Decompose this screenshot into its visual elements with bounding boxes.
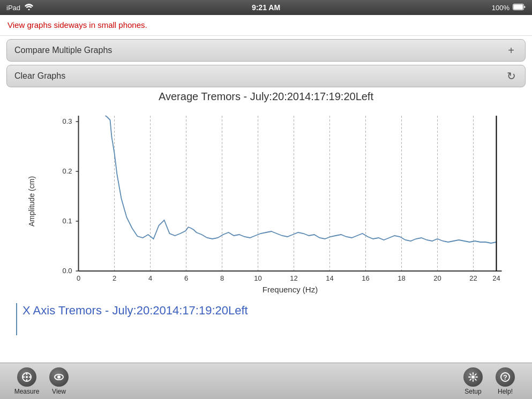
- svg-text:Frequency (Hz): Frequency (Hz): [263, 285, 318, 294]
- svg-text:0.3: 0.3: [62, 117, 72, 125]
- second-graph-title: X Axis Tremors - July:20:2014:17:19:20Le…: [23, 303, 248, 319]
- battery-icon: [513, 4, 526, 12]
- setup-toolbar-item[interactable]: Setup: [457, 367, 489, 395]
- status-right: 100%: [492, 4, 526, 12]
- view-icon: [49, 367, 69, 387]
- measure-label: Measure: [14, 388, 40, 395]
- graph-title: Average Tremors - July:20:2014:17:19:20L…: [5, 91, 527, 103]
- svg-text:16: 16: [362, 274, 369, 282]
- help-label: Help!: [498, 388, 513, 395]
- second-graph-section: X Axis Tremors - July:20:2014:17:19:20Le…: [0, 301, 532, 341]
- svg-point-48: [57, 375, 61, 379]
- svg-point-46: [26, 376, 28, 378]
- view-label: View: [52, 388, 66, 395]
- warning-banner: View graphs sideways in small phones.: [0, 15, 532, 36]
- svg-text:4: 4: [148, 274, 152, 282]
- status-left: iPad: [6, 4, 33, 12]
- svg-text:12: 12: [290, 274, 297, 282]
- measure-toolbar-item[interactable]: Measure: [11, 367, 43, 395]
- wifi-icon: [25, 4, 33, 12]
- y-axis-label: Amplitude (cm): [27, 176, 36, 227]
- svg-text:0: 0: [77, 274, 80, 282]
- svg-text:0.1: 0.1: [62, 217, 72, 225]
- svg-text:22: 22: [469, 274, 477, 282]
- setup-icon: [463, 367, 483, 387]
- svg-text:10: 10: [254, 274, 261, 282]
- svg-text:2: 2: [113, 274, 116, 282]
- main-content: View graphs sideways in small phones. Co…: [0, 15, 532, 363]
- compare-button[interactable]: Compare Multiple Graphs +: [6, 39, 526, 62]
- svg-text:8: 8: [220, 274, 224, 282]
- graph-container: Average Tremors - July:20:2014:17:19:20L…: [0, 91, 532, 298]
- svg-point-49: [471, 375, 475, 379]
- svg-text:?: ?: [503, 373, 507, 381]
- svg-text:18: 18: [398, 274, 405, 282]
- ipad-label: iPad: [6, 4, 20, 12]
- second-graph-indicator: [16, 303, 17, 335]
- refresh-icon: ↻: [505, 70, 518, 82]
- help-toolbar-item[interactable]: ? Help!: [489, 367, 521, 395]
- add-icon: +: [505, 44, 518, 57]
- measure-icon: [17, 367, 36, 387]
- toolbar: Measure View Setup ? Help!: [0, 363, 532, 399]
- help-icon: ?: [496, 367, 515, 387]
- clear-button[interactable]: Clear Graphs ↻: [6, 65, 526, 87]
- warning-text: View graphs sideways in small phones.: [8, 20, 147, 29]
- compare-label: Compare Multiple Graphs: [14, 46, 112, 55]
- svg-text:14: 14: [326, 274, 333, 282]
- svg-text:24: 24: [492, 274, 500, 282]
- svg-rect-2: [514, 4, 523, 9]
- view-toolbar-item[interactable]: View: [43, 367, 75, 395]
- battery-percent: 100%: [492, 4, 509, 12]
- svg-text:20: 20: [433, 274, 441, 282]
- chart-svg: 0.0 0.1 0.2 0.3 0 2 4 6 8 10 12 14 16 18…: [11, 105, 532, 298]
- svg-text:0.2: 0.2: [62, 167, 72, 175]
- clear-label: Clear Graphs: [14, 71, 65, 81]
- setup-label: Setup: [464, 388, 481, 395]
- time-display: 9:21 AM: [252, 3, 280, 12]
- svg-text:0.0: 0.0: [62, 267, 72, 275]
- status-bar: iPad 9:21 AM 100%: [0, 0, 532, 15]
- svg-point-0: [28, 9, 30, 10]
- svg-text:6: 6: [184, 274, 188, 282]
